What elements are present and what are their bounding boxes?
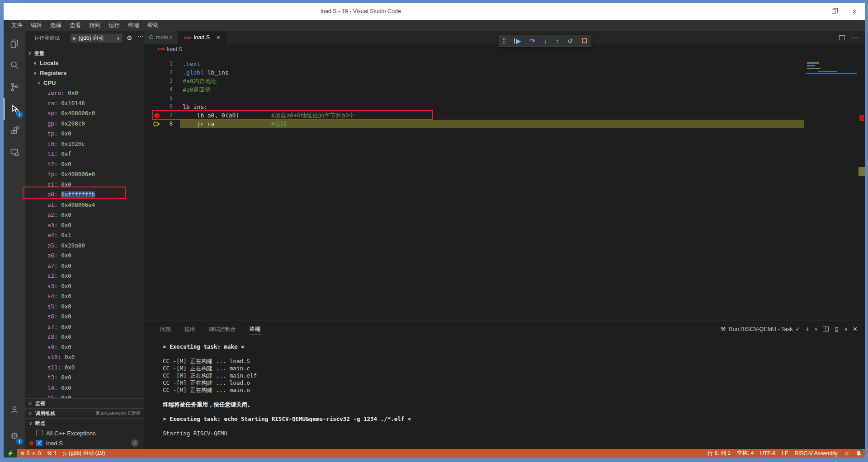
register-row-t5[interactable]: t5: 0x0 (25, 393, 144, 398)
close-tab-icon[interactable]: ✕ (216, 35, 220, 41)
running-tasks-status[interactable]: ⚒1 (44, 450, 60, 457)
maximize-panel-icon[interactable]: ∧ (844, 327, 848, 331)
register-row-tp[interactable]: tp: 0x0 (25, 129, 144, 139)
terminal-dropdown-icon[interactable]: ∨ (814, 327, 817, 331)
code-line-1[interactable]: 1.text (144, 60, 865, 68)
menu-item[interactable]: 帮助 (143, 22, 163, 28)
menu-item[interactable]: 运行 (104, 22, 124, 28)
feedback-button[interactable]: ☺ (841, 450, 853, 457)
close-panel-icon[interactable]: ✕ (853, 326, 858, 332)
close-button[interactable]: ✕ (844, 3, 865, 20)
editor-more-actions-icon[interactable]: ⋯ (851, 33, 859, 42)
eol-status[interactable]: LF (778, 450, 791, 457)
menu-item[interactable]: 转到 (85, 22, 104, 28)
gutter-slot[interactable] (153, 94, 161, 103)
problems-status[interactable]: ⊗0 ⚠0 (17, 450, 44, 457)
start-debug-icon[interactable]: ▶ (73, 36, 76, 41)
register-row-s4[interactable]: s4: 0x0 (25, 291, 144, 302)
step-over-button[interactable]: ↷ (529, 37, 535, 44)
code-line-5[interactable]: 5 (144, 94, 865, 103)
debug-session-status[interactable]: ▷(gdb) 启动 (19) (60, 449, 108, 457)
register-row-s7[interactable]: s7: 0x0 (25, 322, 144, 332)
cursor-position-status[interactable]: 行 8, 列 1 (704, 449, 734, 457)
menu-item[interactable]: 编辑 (27, 22, 46, 28)
debug-settings-gear-icon[interactable]: ⚙ (127, 34, 132, 42)
language-mode-status[interactable]: RISC-V Assembly (791, 450, 840, 457)
panel-tab-终端[interactable]: 终端 (249, 323, 261, 335)
section-variables[interactable]: ∨ 变量 (25, 48, 144, 58)
register-row-a6[interactable]: a6: 0x0 (25, 251, 144, 261)
register-row-zero[interactable]: zero: 0x0 (25, 88, 144, 98)
panel-tab-问题[interactable]: 问题 (159, 323, 172, 335)
section-watch[interactable]: > 监视 (25, 398, 144, 408)
menu-item[interactable]: 终端 (124, 22, 143, 28)
panel-tab-调试控制台[interactable]: 调试控制台 (208, 323, 237, 335)
minimize-button[interactable]: ─ (802, 3, 823, 20)
register-row-a5[interactable]: a5: 0x20a80 (25, 241, 144, 251)
menu-item[interactable]: 查看 (66, 22, 85, 28)
gutter-slot[interactable] (153, 60, 161, 68)
register-row-a1[interactable]: a1: 0x408006e4 (25, 200, 144, 210)
split-editor-icon[interactable] (839, 35, 845, 40)
gutter-slot[interactable] (153, 85, 161, 94)
sidebar-item-explorer[interactable] (4, 33, 25, 55)
new-terminal-button[interactable]: + (805, 325, 809, 333)
breakpoint-row-exceptions[interactable]: All C++ Exceptions (25, 428, 144, 438)
register-row-s5[interactable]: s5: 0x0 (25, 302, 144, 312)
register-row-sp[interactable]: sp: 0x408006c0 (25, 108, 144, 119)
code-line-8[interactable]: 8 jr ra #返回 (144, 120, 865, 128)
section-breakpoints[interactable]: ∨ 断点 (25, 418, 144, 428)
register-row-t4[interactable]: t4: 0x0 (25, 383, 144, 393)
checkbox-checked[interactable] (36, 440, 42, 446)
breakpoint-row-loads[interactable]: load.S 7 (25, 438, 144, 448)
menu-item[interactable]: 文件 (7, 22, 27, 28)
restore-button[interactable] (823, 3, 844, 20)
encoding-status[interactable]: UTF-8 (757, 450, 778, 457)
notifications-button[interactable] (853, 450, 865, 456)
register-row-s11[interactable]: s11: 0x0 (25, 363, 144, 373)
remote-indicator[interactable]: ⚡ (4, 449, 17, 457)
register-row-ra[interactable]: ra: 0x10146 (25, 98, 144, 109)
running-task-chip[interactable]: ⚒ Run RISCV-QEMU - Task ✓ (721, 326, 800, 332)
checkbox-unchecked[interactable] (36, 430, 42, 436)
code-line-4[interactable]: 4#a0返回值 (144, 85, 865, 94)
register-row-s3[interactable]: s3: 0x0 (25, 281, 144, 292)
settings-button[interactable]: ⚙ 1 (4, 425, 25, 447)
tree-item-locals[interactable]: ∨ Locals (25, 58, 144, 68)
stop-button[interactable] (582, 38, 587, 43)
tab-load-s[interactable]: ASM load.S ✕ (179, 31, 226, 44)
gutter-slot[interactable] (153, 120, 161, 128)
register-row-t2[interactable]: t2: 0x0 (25, 159, 144, 170)
register-row-t1[interactable]: t1: 0xf (25, 149, 144, 159)
terminal-output[interactable]: > Executing task: make <CC -[M] 正在构建 ...… (163, 343, 856, 449)
panel-tab-输出[interactable]: 输出 (184, 323, 196, 335)
continue-button[interactable]: ▶ (514, 37, 521, 44)
sidebar-item-extensions[interactable] (4, 120, 25, 141)
tab-main-c[interactable]: C main.c (144, 31, 179, 44)
register-row-a4[interactable]: a4: 0x1 (25, 230, 144, 241)
code-line-3[interactable]: 3#a0内存地址 (144, 77, 865, 85)
sidebar-item-remote-explorer[interactable] (4, 141, 25, 163)
minimap[interactable] (804, 54, 859, 321)
code-line-2[interactable]: 2.globl lb_ins (144, 68, 865, 77)
register-row-a2[interactable]: a2: 0x0 (25, 210, 144, 220)
tree-item-registers[interactable]: ∨ Registers (25, 68, 144, 78)
tree-item-cpu[interactable]: ∨ CPU (25, 78, 144, 88)
register-row-fp[interactable]: fp: 0x408006e0 (25, 169, 144, 180)
step-out-button[interactable]: ↑ (556, 37, 559, 44)
debug-more-actions-icon[interactable]: ⋯ (137, 33, 144, 40)
gutter-slot[interactable] (153, 77, 161, 85)
menu-item[interactable]: 选择 (46, 22, 66, 28)
register-row-s6[interactable]: s6: 0x0 (25, 312, 144, 322)
kill-terminal-icon[interactable] (834, 326, 840, 332)
code-editor[interactable]: 1.text2.globl lb_ins3#a0内存地址4#a0返回值56lb_… (144, 54, 865, 321)
register-row-s8[interactable]: s8: 0x0 (25, 332, 144, 342)
restart-button[interactable]: ↺ (567, 37, 573, 44)
register-row-s10[interactable]: s10: 0x0 (25, 352, 144, 363)
register-row-a7[interactable]: a7: 0x0 (25, 261, 144, 271)
register-row-t0[interactable]: t0: 0x1020c (25, 139, 144, 149)
register-row-a3[interactable]: a3: 0x0 (25, 220, 144, 231)
split-terminal-icon[interactable] (823, 327, 829, 331)
toolbar-drag-grip[interactable] (503, 38, 505, 44)
indentation-status[interactable]: 空格: 4 (734, 449, 757, 457)
